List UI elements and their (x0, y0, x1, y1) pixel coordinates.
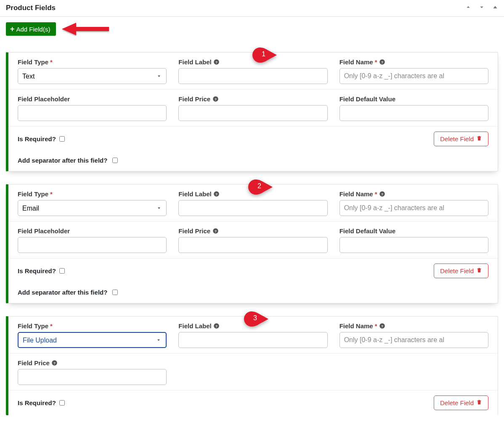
card-row-separator: Add separator after this field? (8, 151, 498, 171)
field-label-label: Field Label ? (178, 322, 220, 329)
field-price-input[interactable] (178, 105, 327, 121)
field-default-input[interactable] (340, 105, 488, 121)
field-label-label: Field Label ? (178, 190, 220, 198)
svg-text:?: ? (215, 229, 217, 233)
card-row-delete: Is Required? Delete Field (8, 127, 498, 151)
add-fields-label: Add Field(s) (16, 26, 50, 33)
field-name-input[interactable] (340, 68, 488, 84)
svg-rect-0 (74, 27, 109, 31)
field-name-input[interactable] (340, 332, 488, 348)
collapse-triangle-icon[interactable] (491, 3, 499, 12)
field-price-input[interactable] (178, 237, 327, 253)
is-required-label: Is Required? (18, 267, 56, 274)
svg-text:?: ? (53, 361, 56, 365)
field-placeholder-label: Field Placeholder (18, 227, 70, 235)
cards-container: 1 Field Type* Text Field Label ? (0, 38, 504, 415)
trash-icon (476, 267, 482, 274)
field-default-label: Field Default Value (340, 95, 395, 103)
toolbar: + Add Field(s) (0, 17, 504, 38)
field-label-input[interactable] (178, 68, 327, 84)
panel-title: Product Fields (6, 4, 56, 12)
add-separator-label: Add separator after this field? (18, 289, 107, 296)
card-row-2: Field Placeholder Field Price ? Field De… (8, 221, 498, 258)
trash-icon (476, 135, 482, 142)
delete-field-button[interactable]: Delete Field (434, 264, 488, 278)
field-label-input[interactable] (178, 332, 327, 348)
field-default-label: Field Default Value (340, 227, 395, 235)
add-separator-checkbox[interactable] (112, 158, 118, 163)
field-type-select[interactable]: Text (18, 68, 167, 84)
product-fields-panel: Product Fields + Add Field(s) (0, 0, 504, 415)
is-required-checkbox[interactable] (59, 400, 65, 406)
field-default-input[interactable] (340, 237, 488, 253)
is-required-checkbox[interactable] (59, 268, 65, 274)
svg-text:?: ? (381, 192, 383, 196)
help-icon[interactable]: ? (213, 191, 220, 198)
help-icon[interactable]: ? (212, 96, 219, 103)
chevron-down-icon[interactable] (478, 3, 485, 12)
help-icon[interactable]: ? (51, 360, 58, 366)
field-card: 2 Field Type* Email Field Label ? (6, 184, 498, 303)
card-row-delete: Is Required? Delete Field (8, 258, 498, 283)
help-icon[interactable]: ? (213, 59, 220, 66)
svg-text:?: ? (381, 324, 383, 328)
svg-marker-1 (62, 23, 76, 35)
field-placeholder-label: Field Placeholder (18, 95, 70, 103)
chevron-up-icon[interactable] (464, 3, 472, 12)
field-name-label: Field Name* ? (340, 58, 386, 66)
add-separator-checkbox[interactable] (112, 290, 118, 295)
help-icon[interactable]: ? (379, 191, 386, 198)
add-separator-label: Add separator after this field? (18, 157, 107, 164)
field-placeholder-input[interactable] (18, 237, 167, 253)
panel-header: Product Fields (0, 0, 504, 17)
annotation-badge-2: 2 (248, 179, 273, 196)
field-card: 3 Field Type* File Upload Field Label ? (6, 316, 498, 415)
field-price-label: Field Price ? (18, 359, 58, 366)
field-placeholder-input[interactable] (18, 105, 167, 121)
card-row-delete: Is Required? Delete Field (8, 390, 498, 415)
help-icon[interactable]: ? (379, 323, 386, 329)
field-type-label: Field Type* (18, 190, 53, 198)
field-type-label: Field Type* (18, 322, 53, 329)
help-icon[interactable]: ? (379, 59, 386, 66)
svg-text:?: ? (215, 98, 217, 101)
add-fields-button[interactable]: + Add Field(s) (6, 22, 56, 36)
annotation-badge-3: 3 (244, 311, 269, 328)
field-name-label: Field Name* ? (340, 190, 386, 198)
card-row-2: Field Placeholder Field Price ? Field De… (8, 90, 498, 127)
field-price-input[interactable] (18, 369, 167, 385)
delete-field-button[interactable]: Delete Field (434, 395, 488, 410)
field-name-input[interactable] (340, 200, 488, 216)
field-price-label: Field Price ? (178, 95, 219, 103)
svg-text:?: ? (381, 61, 383, 64)
annotation-badge-1: 1 (252, 47, 278, 64)
field-type-label: Field Type* (18, 58, 53, 66)
is-required-checkbox[interactable] (59, 136, 65, 142)
help-icon[interactable]: ? (213, 323, 220, 329)
field-label-label: Field Label ? (178, 58, 220, 66)
card-row-2: Field Price ? (8, 353, 498, 390)
field-name-label: Field Name* ? (340, 322, 386, 329)
field-type-select[interactable]: File Upload (18, 332, 167, 348)
panel-header-controls (464, 3, 499, 12)
field-label-input[interactable] (178, 200, 327, 216)
field-type-select[interactable]: Email (18, 200, 167, 216)
svg-text:?: ? (215, 324, 218, 328)
annotation-arrow-icon (62, 22, 112, 36)
svg-text:?: ? (215, 61, 218, 64)
is-required-label: Is Required? (18, 135, 56, 142)
is-required-label: Is Required? (18, 399, 56, 406)
field-card: 1 Field Type* Text Field Label ? (6, 52, 498, 171)
svg-text:?: ? (215, 192, 218, 196)
field-price-label: Field Price ? (178, 227, 219, 235)
trash-icon (476, 399, 482, 406)
plus-icon: + (10, 25, 15, 33)
card-row-separator: Add separator after this field? (8, 283, 498, 303)
help-icon[interactable]: ? (212, 228, 219, 235)
delete-field-button[interactable]: Delete Field (434, 132, 488, 146)
